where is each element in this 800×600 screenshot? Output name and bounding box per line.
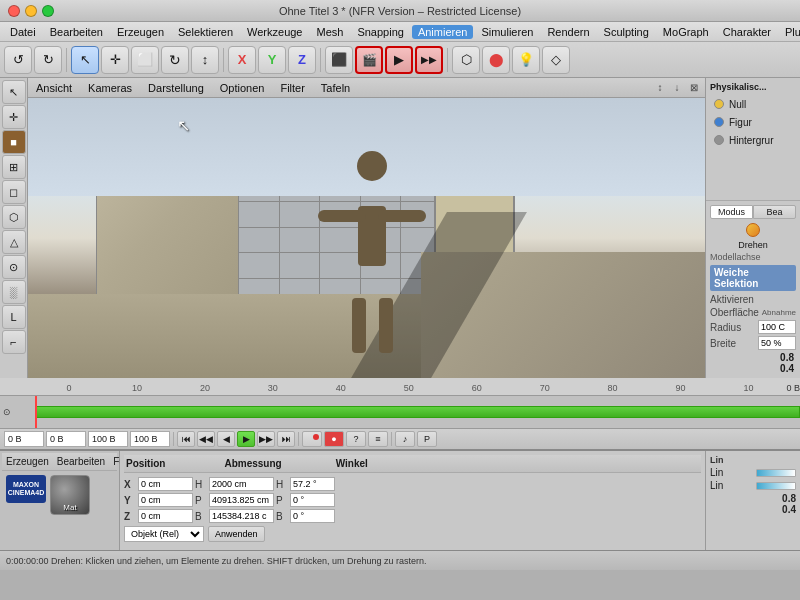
modus-tab[interactable]: Modus xyxy=(710,205,753,219)
render-region-button[interactable]: 🎬 xyxy=(355,46,383,74)
y-position-input[interactable] xyxy=(138,493,193,507)
menu-snapping[interactable]: Snapping xyxy=(351,25,410,39)
layer-button[interactable]: ≡ xyxy=(368,431,388,447)
maximize-button[interactable] xyxy=(42,5,54,17)
transport-field-end1[interactable]: 100 B xyxy=(88,431,128,447)
left-btn-10[interactable]: L xyxy=(2,305,26,329)
prev-frame-button[interactable]: ◀◀ xyxy=(197,431,215,447)
viewport[interactable]: ↖ xyxy=(28,98,705,378)
go-start-button[interactable]: ⏮ xyxy=(177,431,195,447)
bea-tab[interactable]: Bea xyxy=(753,205,796,219)
panel-item-null[interactable]: Null xyxy=(710,95,796,113)
transform-tool-button[interactable]: ↕ xyxy=(191,46,219,74)
view-menu-ansicht[interactable]: Ansicht xyxy=(32,81,76,95)
menu-sculpting[interactable]: Sculpting xyxy=(598,25,655,39)
snap-button[interactable]: ⬡ xyxy=(452,46,480,74)
view-menu-filter[interactable]: Filter xyxy=(276,81,308,95)
menu-plugins[interactable]: Plug-ins xyxy=(779,25,800,39)
menu-animieren[interactable]: Animieren xyxy=(412,25,474,39)
go-end-button[interactable]: ⏭ xyxy=(277,431,295,447)
close-button[interactable] xyxy=(8,5,20,17)
left-btn-1[interactable]: ↖ xyxy=(2,80,26,104)
material-thumbnail[interactable]: Mat xyxy=(50,475,90,515)
left-btn-7[interactable]: △ xyxy=(2,230,26,254)
motion-clip-button[interactable]: ? xyxy=(346,431,366,447)
apply-button[interactable]: Anwenden xyxy=(208,526,265,542)
auto-key-button[interactable]: ● xyxy=(324,431,344,447)
mat-menu-bearbeiten[interactable]: Bearbeiten xyxy=(55,456,107,467)
mat-menu-erzeugen[interactable]: Erzeugen xyxy=(4,456,51,467)
render-all-button[interactable]: ▶▶ xyxy=(415,46,443,74)
transport-field-start[interactable]: 0 B xyxy=(4,431,44,447)
menu-simulieren[interactable]: Simulieren xyxy=(475,25,539,39)
x-winkel-input[interactable] xyxy=(290,477,335,491)
timeline-playhead[interactable] xyxy=(35,396,37,428)
view-menu-kameras[interactable]: Kameras xyxy=(84,81,136,95)
br-slider-1[interactable] xyxy=(756,469,796,477)
render-active-button[interactable]: ▶ xyxy=(385,46,413,74)
preview-button[interactable]: P xyxy=(417,431,437,447)
view-menu-tafeln[interactable]: Tafeln xyxy=(317,81,354,95)
z-axis-button[interactable]: Z xyxy=(288,46,316,74)
object-space-dropdown[interactable]: Objekt (Rel) xyxy=(124,526,204,542)
move-tool-button[interactable]: ✛ xyxy=(101,46,129,74)
left-btn-5[interactable]: ◻ xyxy=(2,180,26,204)
mode-button-1[interactable]: ⬛ xyxy=(325,46,353,74)
props-z-row: Z B B xyxy=(124,509,701,523)
scale-tool-button[interactable]: ⬜ xyxy=(131,46,159,74)
play-button[interactable]: ▶ xyxy=(237,431,255,447)
x-axis-button[interactable]: X xyxy=(228,46,256,74)
left-btn-3[interactable]: ■ xyxy=(2,130,26,154)
light-button[interactable]: 💡 xyxy=(512,46,540,74)
z-abmessung-input[interactable] xyxy=(209,509,274,523)
br-slider-2[interactable] xyxy=(756,482,796,490)
x-abmessung-input[interactable] xyxy=(209,477,274,491)
left-btn-9[interactable]: ░ xyxy=(2,280,26,304)
panel-item-figur[interactable]: Figur xyxy=(710,113,796,131)
panel-item-hintergrund[interactable]: Hintergrur xyxy=(710,131,796,149)
y-axis-button[interactable]: Y xyxy=(258,46,286,74)
left-btn-8[interactable]: ⊙ xyxy=(2,255,26,279)
y-winkel-input[interactable] xyxy=(290,493,335,507)
menu-datei[interactable]: Datei xyxy=(4,25,42,39)
null-icon xyxy=(712,97,726,111)
menu-selektieren[interactable]: Selektieren xyxy=(172,25,239,39)
step-forward-button[interactable]: ▶▶ xyxy=(257,431,275,447)
collapse-icon[interactable]: ↓ xyxy=(670,81,684,95)
menu-erzeugen[interactable]: Erzeugen xyxy=(111,25,170,39)
transport-field-current[interactable]: 0 B xyxy=(46,431,86,447)
sound-button[interactable]: ♪ xyxy=(395,431,415,447)
z-winkel-input[interactable] xyxy=(290,509,335,523)
menu-werkzeuge[interactable]: Werkzeuge xyxy=(241,25,308,39)
undo-button[interactable]: ↺ xyxy=(4,46,32,74)
timeline-green-bar[interactable] xyxy=(35,406,800,418)
record-keyframe-button[interactable] xyxy=(302,431,322,447)
expand-icon[interactable]: ↕ xyxy=(653,81,667,95)
menu-bearbeiten[interactable]: Bearbeiten xyxy=(44,25,109,39)
menu-mograph[interactable]: MoGraph xyxy=(657,25,715,39)
menu-charakter[interactable]: Charakter xyxy=(717,25,777,39)
left-btn-2[interactable]: ✛ xyxy=(2,105,26,129)
view-menu-optionen[interactable]: Optionen xyxy=(216,81,269,95)
y-abmessung-input[interactable] xyxy=(209,493,274,507)
timeline-track[interactable]: ⊙ xyxy=(0,396,800,428)
menu-rendern[interactable]: Rendern xyxy=(541,25,595,39)
record-button[interactable]: ⬤ xyxy=(482,46,510,74)
transport-field-end2[interactable]: 100 B xyxy=(130,431,170,447)
left-btn-11[interactable]: ⌐ xyxy=(2,330,26,354)
step-back-button[interactable]: ◀ xyxy=(217,431,235,447)
left-btn-4[interactable]: ⊞ xyxy=(2,155,26,179)
breite-input[interactable] xyxy=(758,336,796,350)
close-viewport-icon[interactable]: ⊠ xyxy=(687,81,701,95)
x-position-input[interactable] xyxy=(138,477,193,491)
minimize-button[interactable] xyxy=(25,5,37,17)
menu-mesh[interactable]: Mesh xyxy=(310,25,349,39)
redo-button[interactable]: ↻ xyxy=(34,46,62,74)
view-menu-darstellung[interactable]: Darstellung xyxy=(144,81,208,95)
radius-input[interactable] xyxy=(758,320,796,334)
select-tool-button[interactable]: ↖ xyxy=(71,46,99,74)
camera-button[interactable]: ◇ xyxy=(542,46,570,74)
rotate-tool-button[interactable]: ↻ xyxy=(161,46,189,74)
left-btn-6[interactable]: ⬡ xyxy=(2,205,26,229)
z-position-input[interactable] xyxy=(138,509,193,523)
